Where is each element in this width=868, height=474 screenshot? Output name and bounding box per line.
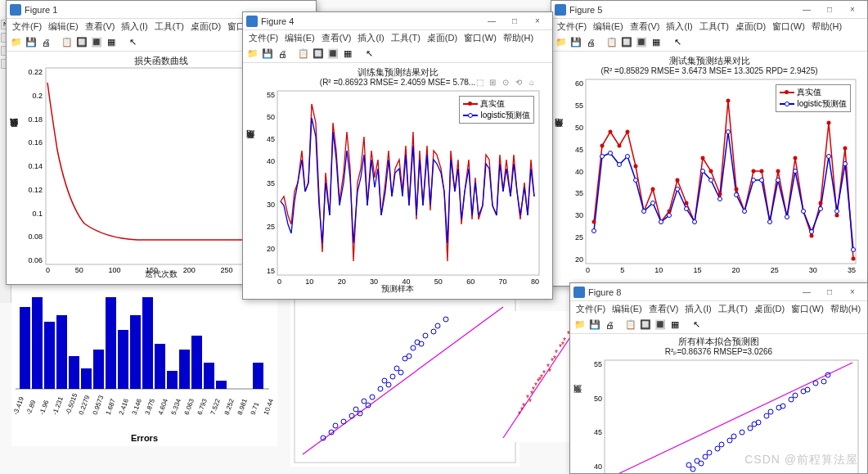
legend-mark-blue <box>463 115 478 116</box>
menu-edit[interactable]: 编辑(E) <box>46 20 81 32</box>
maximize-button[interactable]: □ <box>818 285 841 300</box>
svg-line-20 <box>303 307 503 454</box>
menu-view[interactable]: 查看(V) <box>646 303 681 314</box>
tb-icon[interactable]: 🔳 <box>635 36 648 49</box>
print-icon[interactable]: 🖨 <box>603 318 616 332</box>
menu-view[interactable]: 查看(V) <box>83 20 118 32</box>
tb-icon[interactable]: 📋 <box>624 318 637 332</box>
menu-desktop[interactable]: 桌面(D) <box>188 20 223 32</box>
save-icon[interactable]: 💾 <box>569 36 582 49</box>
tb-icon[interactable]: 📋 <box>605 36 618 49</box>
titlebar[interactable]: Figure 8—□× <box>570 283 867 301</box>
menu-window[interactable]: 窗口(W) <box>770 20 807 32</box>
menu-desktop[interactable]: 桌面(D) <box>752 303 787 314</box>
svg-point-98 <box>827 121 831 125</box>
svg-point-138 <box>690 467 695 472</box>
open-icon[interactable]: 📁 <box>10 36 23 49</box>
legend[interactable]: 真实值logistic预测值 <box>459 96 534 124</box>
menu-edit[interactable]: 编辑(E) <box>609 303 645 314</box>
menu-view[interactable]: 查看(V) <box>319 32 354 43</box>
tb-icon[interactable]: ▦ <box>650 36 663 49</box>
svg-point-35 <box>407 354 412 359</box>
menu-tools[interactable]: 工具(T) <box>697 20 731 32</box>
menu-file[interactable]: 文件(F) <box>10 20 44 32</box>
maximize-button[interactable]: □ <box>503 14 526 29</box>
pointer-icon[interactable]: ↖ <box>362 47 376 61</box>
save-icon[interactable]: 💾 <box>261 47 274 61</box>
maximize-button[interactable]: □ <box>818 2 841 17</box>
pointer-icon[interactable]: ↖ <box>690 318 703 332</box>
menu-view[interactable]: 查看(V) <box>627 20 663 32</box>
menu-edit[interactable]: 编辑(E) <box>282 32 317 43</box>
figure-4-window[interactable]: Figure 4—□× 文件(F)编辑(E)查看(V)插入(I)工具(T)桌面(… <box>242 11 553 300</box>
menu-file[interactable]: 文件(F) <box>246 32 281 43</box>
menu-desktop[interactable]: 桌面(D) <box>733 20 768 32</box>
tb-icon[interactable]: 🔲 <box>312 47 325 61</box>
menu-help[interactable]: 帮助(H) <box>501 32 536 43</box>
menu-tools[interactable]: 工具(T) <box>716 303 750 314</box>
svg-point-31 <box>394 366 399 371</box>
tb-icon[interactable]: 📋 <box>297 47 310 61</box>
menu-insert[interactable]: 插入(I) <box>663 20 695 32</box>
close-button[interactable]: × <box>526 14 549 29</box>
titlebar[interactable]: Figure 4—□× <box>243 12 552 30</box>
toolbar: 📁💾🖨📋🔲🔳▦↖ <box>551 34 867 52</box>
tb-icon[interactable]: ▦ <box>341 47 354 61</box>
pointer-icon[interactable]: ↖ <box>671 36 684 49</box>
tb-icon[interactable]: 🔳 <box>654 318 667 332</box>
menu-help[interactable]: 帮助(H) <box>809 20 844 32</box>
menu-file[interactable]: 文件(F) <box>555 20 589 32</box>
tb-icon[interactable]: 🔳 <box>90 36 103 49</box>
tb-icon[interactable]: ▦ <box>105 36 118 49</box>
svg-point-26 <box>349 413 354 418</box>
open-icon[interactable]: 📁 <box>555 36 568 49</box>
close-button[interactable]: × <box>841 285 864 300</box>
figure-8-window[interactable]: Figure 8—□× 文件(F)编辑(E)查看(V)插入(I)工具(T)桌面(… <box>569 282 868 474</box>
tb-icon[interactable]: 🔳 <box>326 47 340 61</box>
menu-desktop[interactable]: 桌面(D) <box>425 32 460 43</box>
menu-window[interactable]: 窗口(W) <box>789 303 826 314</box>
svg-point-84 <box>709 169 713 174</box>
menu-insert[interactable]: 插入(I) <box>119 20 150 32</box>
tb-icon[interactable]: 🔲 <box>620 36 633 49</box>
print-icon[interactable]: 🖨 <box>276 47 289 61</box>
menu-edit[interactable]: 编辑(E) <box>591 20 626 32</box>
tb-icon[interactable]: 📋 <box>61 36 74 49</box>
menu-window[interactable]: 窗口(W) <box>461 32 499 43</box>
print-icon[interactable]: 🖨 <box>39 36 52 49</box>
titlebar[interactable]: Figure 5—□× <box>551 1 867 19</box>
figure-5-window[interactable]: Figure 5—□× 文件(F)编辑(E)查看(V)插入(I)工具(T)桌面(… <box>551 0 868 287</box>
menu-insert[interactable]: 插入(I) <box>682 303 713 314</box>
menubar: 文件(F)编辑(E)查看(V)插入(I)工具(T)桌面(D)窗口(W)帮助(H) <box>243 30 552 45</box>
svg-point-117 <box>718 197 722 201</box>
svg-rect-2 <box>44 322 55 389</box>
errors-histogram: -3.419-2.89-1.96-1.231-0.50150.22790.957… <box>11 282 277 446</box>
svg-point-128 <box>810 230 814 234</box>
svg-rect-5 <box>81 368 92 389</box>
menu-insert[interactable]: 插入(I) <box>355 32 386 43</box>
print-icon[interactable]: 🖨 <box>584 36 597 49</box>
svg-text:*: * <box>540 373 543 382</box>
menu-help[interactable]: 帮助(H) <box>828 303 863 314</box>
pointer-icon[interactable]: ↖ <box>126 36 139 49</box>
svg-rect-11 <box>155 344 165 389</box>
tb-icon[interactable]: ▦ <box>668 318 681 332</box>
legend[interactable]: 真实值logistic预测值 <box>776 84 851 112</box>
menu-tools[interactable]: 工具(T) <box>152 20 187 32</box>
svg-point-94 <box>794 156 798 160</box>
tb-icon[interactable]: 🔲 <box>75 36 88 49</box>
open-icon[interactable]: 📁 <box>246 47 259 61</box>
svg-point-97 <box>819 201 823 205</box>
tb-icon[interactable]: 🔲 <box>639 318 652 332</box>
menu-file[interactable]: 文件(F) <box>573 303 608 314</box>
close-button[interactable]: × <box>841 2 864 17</box>
save-icon[interactable]: 💾 <box>588 318 601 332</box>
minimize-button[interactable]: — <box>480 14 503 29</box>
legend-mark-blue <box>780 103 794 105</box>
menu-tools[interactable]: 工具(T) <box>389 32 423 43</box>
svg-rect-12 <box>167 371 178 389</box>
save-icon[interactable]: 💾 <box>25 36 38 49</box>
minimize-button[interactable]: — <box>795 2 818 17</box>
minimize-button[interactable]: — <box>795 285 818 300</box>
open-icon[interactable]: 📁 <box>573 318 587 332</box>
